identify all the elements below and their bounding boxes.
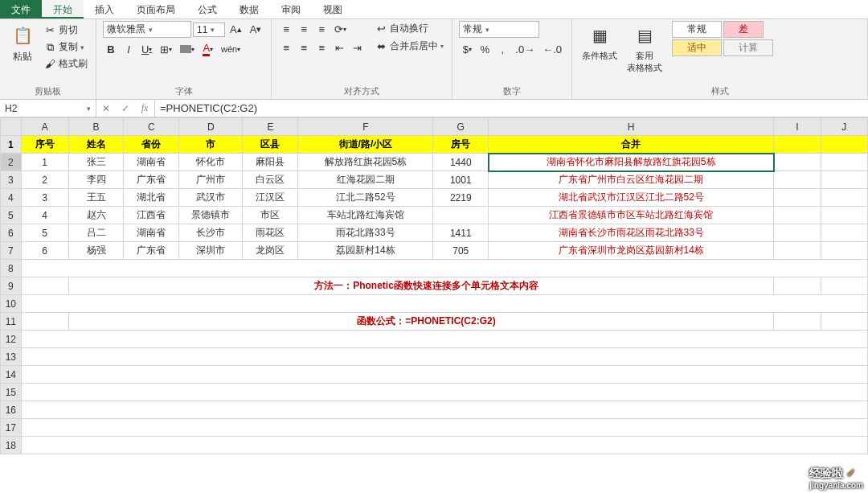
cell[interactable] <box>21 277 68 295</box>
cell[interactable]: 杨强 <box>68 242 124 260</box>
cell[interactable] <box>774 171 821 189</box>
col-header[interactable]: I <box>774 118 821 136</box>
cell[interactable] <box>821 136 867 154</box>
format-painter-button[interactable]: 🖌格式刷 <box>42 56 89 72</box>
fx-icon[interactable]: fx <box>135 102 154 114</box>
col-header[interactable]: F <box>298 118 433 136</box>
cell[interactable]: 麻阳县 <box>243 154 298 171</box>
cell[interactable]: 湖南省怀化市麻阳县解放路红旗花园5栋 <box>489 154 774 171</box>
cell[interactable] <box>21 384 867 401</box>
menu-insert[interactable]: 插入 <box>84 0 125 18</box>
row-header[interactable]: 16 <box>1 401 22 419</box>
cell[interactable]: 广东省深圳市龙岗区荔园新村14栋 <box>489 242 774 260</box>
dec-decimal-button[interactable]: ←.0 <box>539 41 565 57</box>
number-format-combo[interactable]: 常规▾ <box>459 21 539 38</box>
align-bottom-button[interactable]: ≡ <box>313 21 330 37</box>
cell[interactable]: 5 <box>21 224 68 242</box>
cell[interactable]: 1 <box>21 154 68 171</box>
cell[interactable]: 合并 <box>489 136 774 154</box>
col-header[interactable]: J <box>821 118 867 136</box>
row-header[interactable]: 14 <box>1 366 22 384</box>
cell[interactable]: 江汉区 <box>243 189 298 207</box>
font-size-combo[interactable]: 11▾ <box>193 23 225 37</box>
row-header[interactable]: 6 <box>1 224 22 242</box>
border-button[interactable]: ⊞ ▾ <box>157 41 175 57</box>
conditional-format-button[interactable]: ▦ 条件格式 <box>579 21 620 65</box>
cancel-formula-icon[interactable]: ✕ <box>96 103 116 114</box>
fill-color-button[interactable]: ▾ <box>177 41 198 57</box>
cell[interactable]: 区县 <box>243 136 298 154</box>
cell[interactable]: 雨花北路33号 <box>298 224 433 242</box>
cut-button[interactable]: ✂剪切 <box>42 23 89 38</box>
cell[interactable]: 景德镇市 <box>179 207 243 224</box>
cell-styles-gallery[interactable]: 常规 差 适中 计算 <box>672 21 773 56</box>
style-calc[interactable]: 计算 <box>723 39 773 56</box>
cell[interactable]: 赵六 <box>68 207 124 224</box>
cell[interactable]: 李四 <box>68 171 124 189</box>
cell[interactable]: 广州市 <box>179 171 243 189</box>
cell[interactable]: 2219 <box>433 189 489 207</box>
row-header[interactable]: 8 <box>1 260 22 277</box>
menu-data[interactable]: 数据 <box>228 0 270 18</box>
row-header[interactable]: 12 <box>1 331 22 348</box>
cell[interactable] <box>821 224 867 242</box>
cell[interactable]: 怀化市 <box>179 154 243 171</box>
format-as-table-button[interactable]: ▤ 套用 表格格式 <box>624 21 665 77</box>
cell[interactable]: 雨花区 <box>243 224 298 242</box>
cell[interactable]: 湖南省 <box>124 224 179 242</box>
note-text[interactable]: 方法一：Phonetic函数快速连接多个单元格文本内容 <box>68 277 774 295</box>
cell[interactable]: 省份 <box>124 136 179 154</box>
row-header[interactable]: 17 <box>1 419 22 437</box>
row-header[interactable]: 4 <box>1 189 22 207</box>
cell[interactable] <box>21 419 867 437</box>
col-header[interactable]: D <box>179 118 243 136</box>
cell[interactable] <box>774 242 821 260</box>
cell[interactable]: 红海花园二期 <box>298 171 433 189</box>
row-header[interactable]: 18 <box>1 437 22 454</box>
cell[interactable]: 街道/路/小区 <box>298 136 433 154</box>
spreadsheet-grid[interactable]: A B C D E F G H I J 1 序号 姓名 省份 市 区县 街道/路… <box>0 117 868 454</box>
col-header[interactable]: E <box>243 118 298 136</box>
cell[interactable]: 市 <box>179 136 243 154</box>
font-name-combo[interactable]: 微软雅黑▾ <box>103 21 191 38</box>
cell[interactable] <box>774 136 821 154</box>
accept-formula-icon[interactable]: ✓ <box>116 103 135 114</box>
currency-button[interactable]: $ ▾ <box>459 41 475 57</box>
cell[interactable]: 王五 <box>68 189 124 207</box>
cell[interactable]: 2 <box>21 171 68 189</box>
cell[interactable] <box>821 154 867 171</box>
cell[interactable]: 车站北路红海宾馆 <box>298 207 433 224</box>
cell[interactable]: 龙岗区 <box>243 242 298 260</box>
wrap-text-button[interactable]: ↩自动换行 <box>373 21 445 36</box>
menu-view[interactable]: 视图 <box>312 0 354 18</box>
cell[interactable]: 江西省景德镇市市区车站北路红海宾馆 <box>489 207 774 224</box>
menu-formula[interactable]: 公式 <box>186 0 228 18</box>
cell[interactable]: 张三 <box>68 154 124 171</box>
cell[interactable] <box>774 154 821 171</box>
align-right-button[interactable]: ≡ <box>313 39 330 55</box>
menu-start[interactable]: 开始 <box>42 0 84 18</box>
cell[interactable] <box>774 207 821 224</box>
cell[interactable]: 1440 <box>433 154 489 171</box>
cell[interactable]: 1001 <box>433 171 489 189</box>
row-header[interactable]: 13 <box>1 348 22 366</box>
col-header[interactable]: C <box>124 118 179 136</box>
formula-input[interactable]: =PHONETIC(C2:G2) <box>155 100 868 117</box>
style-bad[interactable]: 差 <box>723 21 764 38</box>
cell[interactable] <box>21 260 867 277</box>
row-header[interactable]: 11 <box>1 313 22 331</box>
cell[interactable] <box>821 207 867 224</box>
name-box[interactable]: H2 ▾ <box>0 100 96 117</box>
style-normal[interactable]: 常规 <box>672 21 722 38</box>
paste-button[interactable]: 📋 粘贴 <box>6 21 39 67</box>
align-top-button[interactable]: ≡ <box>278 21 294 37</box>
cell[interactable]: 湖北省 <box>124 189 179 207</box>
cell[interactable] <box>433 207 489 224</box>
cell[interactable]: 序号 <box>21 136 68 154</box>
menu-file[interactable]: 文件 <box>0 0 42 18</box>
cell[interactable]: 广东省广州市白云区红海花园二期 <box>489 171 774 189</box>
cell[interactable]: 湖南省长沙市雨花区雨花北路33号 <box>489 224 774 242</box>
cell[interactable]: 1411 <box>433 224 489 242</box>
cell[interactable]: 解放路红旗花园5栋 <box>298 154 433 171</box>
cell[interactable] <box>21 437 867 454</box>
